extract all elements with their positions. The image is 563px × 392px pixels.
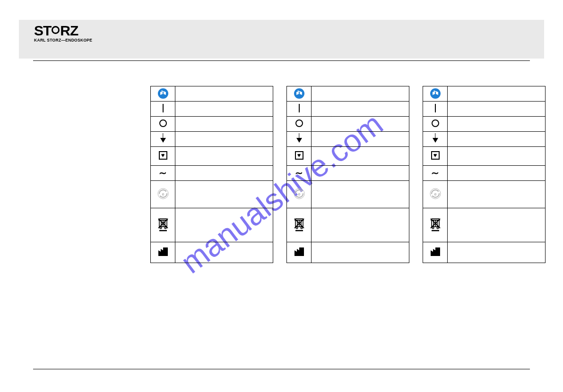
footer-rule — [33, 369, 530, 369]
cell-desc — [175, 102, 273, 117]
svg-point-29 — [437, 227, 439, 229]
cell-desc — [175, 208, 273, 242]
cell-desc — [175, 86, 273, 102]
read-manual-icon — [158, 88, 168, 99]
cell-desc — [175, 132, 273, 147]
svg-rect-21 — [295, 230, 303, 231]
header-rule — [33, 60, 530, 61]
cell-desc — [448, 117, 546, 132]
cell-desc — [448, 132, 546, 147]
cell-desc — [312, 102, 409, 117]
e-recycle-icon: e — [430, 188, 441, 199]
symbol-table-2: ∼ e — [286, 86, 409, 263]
cell-desc — [312, 181, 409, 208]
svg-rect-10 — [159, 230, 167, 231]
svg-text:e: e — [434, 191, 436, 196]
power-off-icon — [432, 119, 439, 127]
svg-point-18 — [301, 227, 303, 229]
power-on-icon — [435, 104, 436, 112]
power-on-icon — [163, 104, 164, 112]
svg-rect-32 — [432, 230, 439, 231]
power-off-icon — [159, 119, 167, 127]
brand-tagline: KARL STORZ—ENDOSKOPE — [34, 38, 92, 43]
svg-point-7 — [165, 227, 166, 229]
read-manual-icon — [294, 88, 304, 99]
e-recycle-icon: e — [294, 188, 305, 199]
cell-desc — [312, 166, 409, 181]
ac-icon: ∼ — [159, 168, 167, 178]
cell-desc — [448, 181, 546, 208]
type-cf-icon — [159, 151, 167, 160]
manufacturer-icon — [294, 247, 304, 256]
symbol-table-3: ∼ e — [423, 86, 546, 263]
weee-bin-icon — [429, 217, 442, 231]
cell-desc — [175, 117, 273, 132]
type-cf-icon — [431, 151, 440, 160]
ac-icon: ∼ — [431, 168, 439, 178]
cell-desc — [175, 181, 273, 208]
cell-desc — [175, 166, 273, 181]
svg-point-6 — [160, 227, 162, 229]
cell-desc — [175, 242, 273, 263]
read-manual-icon — [430, 88, 441, 99]
cell-desc — [312, 208, 409, 242]
cell-desc — [448, 166, 546, 181]
manufacturer-icon — [430, 247, 441, 256]
e-recycle-icon: e — [157, 188, 169, 199]
cell-desc — [448, 102, 546, 117]
cell-desc — [175, 147, 273, 166]
cell-desc — [312, 242, 409, 263]
equipotential-icon — [160, 133, 166, 144]
cell-desc — [448, 147, 546, 166]
svg-point-17 — [296, 227, 298, 229]
equipotential-icon — [296, 133, 303, 144]
svg-text:e: e — [298, 191, 300, 196]
symbol-table-1: ∼ e — [150, 86, 273, 263]
power-off-icon — [295, 119, 303, 127]
cell-desc — [312, 117, 409, 132]
symbol-tables: ∼ e ∼ e ∼ e — [150, 86, 546, 263]
equipotential-icon — [432, 133, 439, 144]
brand-logo: STRZ KARL STORZ—ENDOSKOPE — [34, 23, 92, 43]
cell-desc — [312, 132, 409, 147]
cell-desc — [448, 86, 546, 102]
power-on-icon — [299, 104, 300, 112]
manufacturer-icon — [158, 247, 168, 256]
svg-point-28 — [432, 227, 434, 229]
ac-icon: ∼ — [295, 168, 303, 178]
svg-text:e: e — [162, 191, 164, 196]
weee-bin-icon — [157, 217, 169, 231]
cell-desc — [312, 86, 409, 102]
cell-desc — [448, 242, 546, 263]
cell-desc — [312, 147, 409, 166]
header-band — [19, 20, 544, 59]
cell-desc — [448, 208, 546, 242]
weee-bin-icon — [293, 217, 305, 231]
type-cf-icon — [295, 151, 303, 160]
